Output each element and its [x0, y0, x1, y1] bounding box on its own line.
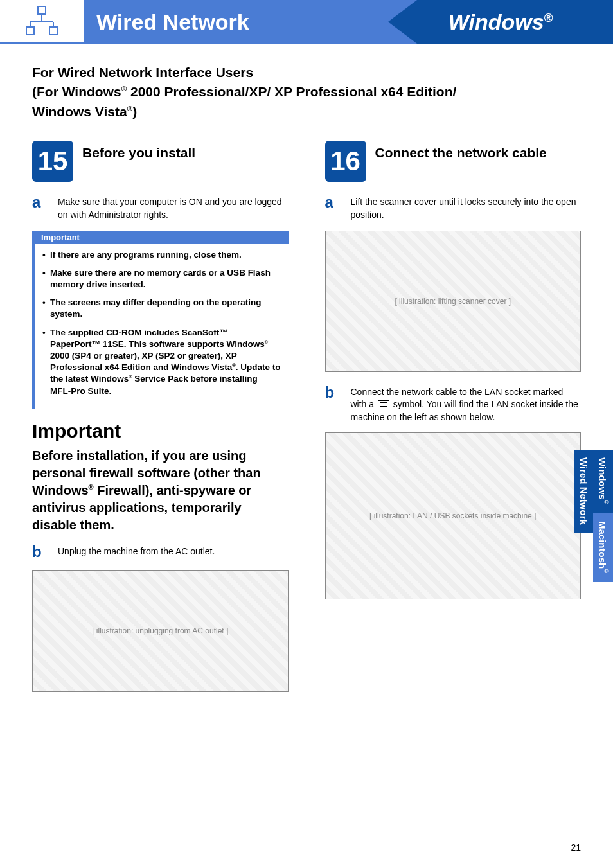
main-heading: For Wired Network Interface Users (For W… [32, 63, 581, 121]
banner-title: Wired Network [96, 10, 249, 35]
svg-rect-0 [38, 6, 46, 14]
substep-text: Unplug the machine from the AC outlet. [58, 543, 289, 561]
substep-letter: a [32, 193, 49, 221]
illustration-unplug: [ illustration: unplugging from AC outle… [32, 570, 289, 692]
svg-rect-5 [26, 27, 34, 35]
page-number: 21 [571, 842, 581, 853]
step-15-b: b Unplug the machine from the AC outlet. [32, 543, 289, 561]
illustration-lan-socket: [ illustration: LAN / USB sockets inside… [325, 432, 582, 599]
illustration-lift-cover: [ illustration: lifting scanner cover ] [325, 231, 582, 372]
step-15-header: 15 Before you install [32, 141, 289, 182]
step-15-a: a Make sure that your computer is ON and… [32, 193, 289, 221]
column-divider [306, 141, 307, 704]
big-important-heading: Important [32, 420, 289, 442]
wired-network-icon [0, 0, 84, 44]
important-note-box: Important If there are any programs runn… [32, 231, 289, 409]
important-item: The screens may differ depending on the … [42, 297, 281, 320]
step-16-title: Connect the network cable [375, 141, 547, 161]
side-tab-macintosh: Macintosh® [593, 513, 613, 582]
substep-letter: b [32, 543, 49, 561]
svg-rect-6 [49, 27, 57, 35]
substep-letter: b [325, 384, 342, 424]
important-item: If there are any programs running, close… [42, 249, 281, 261]
step-16-a: a Lift the scanner cover until it locks … [325, 193, 582, 221]
side-tab-windows: Windows® [593, 450, 613, 513]
column-right: 16 Connect the network cable a Lift the … [325, 141, 582, 704]
step-16-b: b Connect the network cable to the LAN s… [325, 384, 582, 424]
substep-text: Connect the network cable to the LAN soc… [351, 384, 582, 424]
substep-text: Make sure that your computer is ON and y… [58, 193, 289, 221]
column-left: 15 Before you install a Make sure that y… [32, 141, 289, 704]
important-item: Make sure there are no memory cards or a… [42, 267, 281, 290]
banner: Wired Network Windows® [84, 0, 613, 44]
important-header: Important [35, 231, 289, 244]
step-number-badge: 16 [325, 141, 366, 182]
lan-socket-icon [378, 400, 389, 409]
substep-letter: a [325, 193, 342, 221]
big-important-text: Before installation, if you are using pe… [32, 447, 289, 534]
important-item: The supplied CD-ROM includes ScanSoft™ P… [42, 327, 281, 397]
side-tabs: Wired Network Windows® Macintosh® [574, 450, 613, 582]
page-header: Wired Network Windows® [0, 0, 613, 44]
substep-text: Lift the scanner cover until it locks se… [351, 193, 582, 221]
banner-os-label: Windows® [449, 10, 553, 35]
side-tab-wired-network: Wired Network [574, 450, 593, 533]
step-16-header: 16 Connect the network cable [325, 141, 582, 182]
step-number-badge: 15 [32, 141, 73, 182]
step-15-title: Before you install [82, 141, 195, 161]
